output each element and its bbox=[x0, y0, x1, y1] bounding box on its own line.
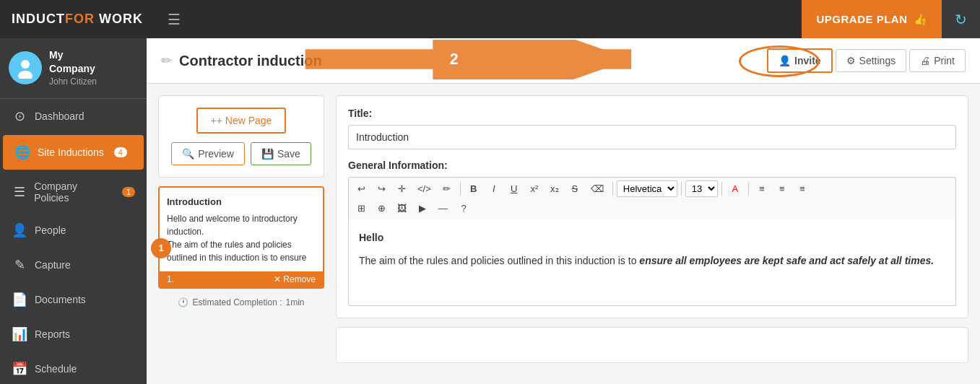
sidebar-item-dashboard[interactable]: ⊙ Dashboard bbox=[0, 99, 147, 134]
table-button[interactable]: ⊞ bbox=[352, 200, 370, 217]
eye-icon: 🔍 bbox=[182, 148, 194, 160]
sidebar-item-label: Capture bbox=[35, 259, 71, 271]
help-button[interactable]: ? bbox=[454, 200, 473, 217]
save-button[interactable]: 💾 Save bbox=[251, 142, 311, 165]
page-item-text2: The aim of the rules and policies outlin… bbox=[167, 240, 306, 263]
video-button[interactable]: ▶ bbox=[413, 200, 432, 217]
site-inductions-badge: 4 bbox=[114, 147, 127, 157]
content-header: ✏ Contractor induction 2 👤 Invite bbox=[147, 38, 980, 84]
divider2 bbox=[612, 182, 613, 196]
rich-text-toolbar: ↩ ↪ ✛ </> ✏ B I U x² x₂ S ⌫ bbox=[348, 177, 956, 219]
undo-button[interactable]: ↩ bbox=[352, 180, 370, 197]
content-header-actions: 👤 Invite ⚙ Settings 🖨 Print bbox=[767, 48, 966, 73]
title-input[interactable] bbox=[348, 125, 956, 149]
refresh-icon: ↻ bbox=[955, 11, 967, 28]
content-area: ✏ Contractor induction 2 👤 Invite bbox=[147, 38, 980, 384]
people-icon: 👤 bbox=[12, 222, 27, 238]
general-info-label: General Information: bbox=[348, 160, 956, 171]
bold-button[interactable]: B bbox=[464, 180, 483, 197]
estimated-completion: 🕐 Estimated Completion : 1min bbox=[158, 297, 324, 307]
btn-row: 🔍 Preview 💾 Save bbox=[170, 142, 312, 165]
code-button[interactable]: </> bbox=[412, 180, 436, 197]
sidebar-item-people[interactable]: 👤 People bbox=[0, 213, 147, 248]
font-size-select[interactable]: 13 bbox=[685, 180, 718, 197]
superscript-button[interactable]: x² bbox=[525, 180, 544, 197]
upgrade-plan-button[interactable]: UPGRADE PLAN 👍 bbox=[802, 0, 942, 38]
add-button[interactable]: ✛ bbox=[392, 180, 411, 197]
capture-icon: ✎ bbox=[12, 257, 27, 273]
page-item-content: Introduction Hello and welcome to introd… bbox=[160, 188, 323, 271]
sidebar-item-documents[interactable]: 📄 Documents bbox=[0, 282, 147, 317]
arrow-annotation: 2 bbox=[291, 40, 674, 79]
print-button[interactable]: 🖨 Print bbox=[909, 49, 966, 72]
page-item-footer: 1. ✕ Remove bbox=[160, 271, 323, 287]
second-editor-card bbox=[336, 327, 968, 363]
new-page-button[interactable]: + + New Page bbox=[196, 108, 287, 134]
page-item-wrapper: 1 Introduction Hello and welcome to intr… bbox=[158, 186, 324, 289]
sidebar-item-label: Reports bbox=[35, 328, 70, 340]
redo-button[interactable]: ↪ bbox=[372, 180, 391, 197]
edit-icon: ✏ bbox=[161, 53, 172, 69]
settings-icon: ⚙ bbox=[846, 55, 856, 66]
page-item-title: Introduction bbox=[167, 195, 316, 209]
invite-button[interactable]: 👤 Invite bbox=[767, 48, 833, 73]
unordered-list-button[interactable]: ≡ bbox=[753, 180, 771, 197]
user-name: John Citizen bbox=[49, 77, 97, 87]
logo: INDUCTFOR WORK bbox=[0, 0, 155, 38]
editor-area[interactable]: Hello The aim of the rules and policies … bbox=[348, 219, 956, 306]
edit-button[interactable]: ✏ bbox=[438, 180, 456, 197]
page-item[interactable]: Introduction Hello and welcome to introd… bbox=[158, 186, 324, 289]
print-icon: 🖨 bbox=[920, 55, 930, 66]
sidebar: MyCompany John Citizen ⊙ Dashboard 🌐 Sit… bbox=[0, 38, 147, 384]
strikethrough-button[interactable]: S bbox=[565, 180, 584, 197]
logo-induct: INDUCT bbox=[12, 12, 65, 26]
svg-point-0 bbox=[21, 60, 30, 69]
font-family-select[interactable]: Helvetica bbox=[617, 180, 677, 197]
help-icon-button[interactable]: ↻ bbox=[942, 0, 980, 38]
divider5 bbox=[748, 182, 749, 196]
documents-icon: 📄 bbox=[12, 292, 27, 307]
policy-icon: ☰ bbox=[12, 184, 27, 200]
sidebar-item-capture[interactable]: ✎ Capture bbox=[0, 248, 147, 282]
sidebar-item-reports[interactable]: 📊 Reports bbox=[0, 317, 147, 352]
svg-text:2: 2 bbox=[450, 50, 459, 68]
company-policies-badge: 1 bbox=[122, 187, 135, 197]
italic-button[interactable]: I bbox=[485, 180, 503, 197]
image-button[interactable]: 🖼 bbox=[392, 200, 412, 217]
editor-body: The aim of the rules and policies outlin… bbox=[359, 253, 945, 270]
clear-format-button[interactable]: ⌫ bbox=[586, 180, 609, 197]
divider3 bbox=[681, 182, 682, 196]
underline-button[interactable]: U bbox=[505, 180, 524, 197]
sidebar-item-company-policies[interactable]: ☰ Company Policies 1 bbox=[0, 171, 147, 213]
dashboard-icon: ⊙ bbox=[12, 108, 27, 124]
font-color-button[interactable]: A bbox=[726, 180, 745, 197]
remove-label[interactable]: ✕ Remove bbox=[274, 274, 316, 284]
logo-work: WORK bbox=[99, 12, 143, 26]
page-body: + + New Page 🔍 Preview 💾 Save bbox=[147, 84, 980, 384]
invite-person-icon: 👤 bbox=[779, 55, 791, 66]
editor-hello: Hello bbox=[359, 230, 945, 247]
sidebar-item-schedule[interactable]: 📅 Schedule bbox=[0, 352, 147, 384]
page-item-text1: Hello and welcome to introductory induct… bbox=[167, 214, 298, 237]
hr-button[interactable]: — bbox=[433, 200, 453, 217]
sidebar-nav: ⊙ Dashboard 🌐 Site Inductions 4 ☰ Compan… bbox=[0, 99, 147, 384]
sidebar-item-label: Documents bbox=[35, 294, 86, 305]
settings-button[interactable]: ⚙ Settings bbox=[836, 49, 907, 72]
ordered-list-button[interactable]: ≡ bbox=[773, 180, 792, 197]
link-button[interactable]: ⊕ bbox=[372, 200, 391, 217]
page-item-number: 1. bbox=[167, 274, 174, 284]
subscript-button[interactable]: x₂ bbox=[545, 180, 564, 197]
sidebar-item-label: Schedule bbox=[35, 363, 77, 375]
sidebar-item-label: People bbox=[35, 224, 66, 236]
editor-panel: Title: General Information: ↩ ↪ ✛ </> ✏ bbox=[336, 95, 968, 372]
content-header-left: ✏ Contractor induction bbox=[161, 53, 322, 69]
hamburger-menu[interactable]: ☰ bbox=[155, 0, 194, 38]
top-bar: INDUCTFOR WORK ☰ UPGRADE PLAN 👍 ↻ bbox=[0, 0, 980, 38]
page-title: Contractor induction bbox=[179, 53, 322, 69]
logo-for: FOR bbox=[65, 12, 95, 26]
schedule-icon: 📅 bbox=[12, 361, 27, 377]
left-panel: + + New Page 🔍 Preview 💾 Save bbox=[158, 95, 324, 372]
preview-button[interactable]: 🔍 Preview bbox=[171, 142, 245, 165]
sidebar-item-site-inductions[interactable]: 🌐 Site Inductions 4 bbox=[3, 135, 144, 170]
align-button[interactable]: ≡ bbox=[793, 180, 812, 197]
